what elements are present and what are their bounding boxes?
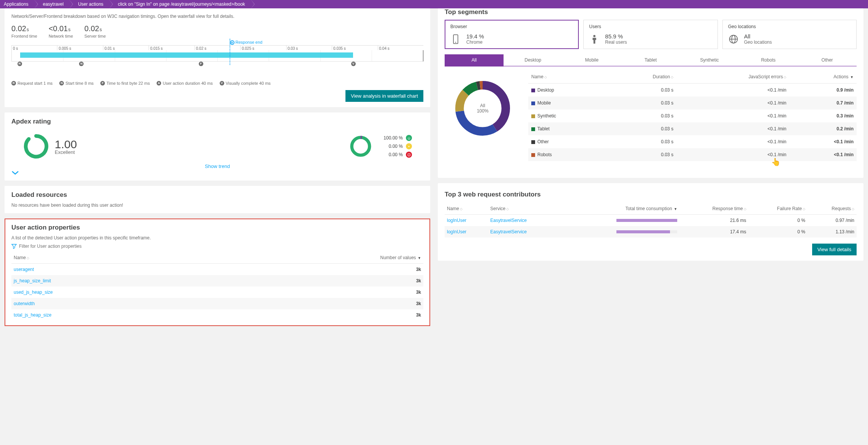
- svg-point-3: [455, 42, 456, 43]
- tab-robots[interactable]: Robots: [739, 54, 798, 67]
- table-row[interactable]: Synthetic0.03 s<0.1 /min0.3 /min: [528, 109, 857, 122]
- segments-title: Top segments: [445, 8, 857, 16]
- segment-card-browser[interactable]: Browser 19.4 %Chrome: [445, 20, 579, 49]
- timeline-legend-item: VVisually complete 40 ms: [220, 81, 271, 86]
- tab-all[interactable]: All: [445, 54, 504, 67]
- table-row[interactable]: js_heap_size_limit3k: [11, 275, 423, 287]
- breadcrumb-user-actions[interactable]: User actions: [70, 0, 109, 8]
- face-frustrated-icon: ☹: [406, 152, 412, 158]
- metric-server: 0.02sServer time: [84, 24, 106, 38]
- timeline-legend-item: NStart time 8 ms: [59, 81, 93, 86]
- table-row[interactable]: Mobile0.03 s<0.1 /min0.7 /min: [528, 97, 857, 109]
- response-end-marker: RResponse end: [230, 40, 263, 45]
- table-row[interactable]: useragent3k: [11, 264, 423, 276]
- segment-card-geo[interactable]: Geo locations AllGeo locations: [722, 20, 857, 49]
- props-filter-input[interactable]: [19, 244, 423, 249]
- contrib-name-link[interactable]: logInUser: [447, 218, 466, 223]
- prop-name-link[interactable]: outerwidth: [14, 301, 35, 306]
- props-title: User action properties: [11, 224, 423, 231]
- apdex-gauge-icon: [23, 133, 49, 160]
- breadcrumb-app[interactable]: easytravel: [35, 0, 70, 8]
- phone-icon: [450, 34, 461, 44]
- timeline-legend-item: FTime to first byte 22 ms: [100, 81, 150, 86]
- apdex-label: Excellent: [55, 149, 77, 155]
- prop-name-link[interactable]: js_heap_size_limit: [14, 278, 51, 283]
- loaded-resources-card: Loaded resources No resources have been …: [5, 186, 430, 213]
- segment-tabs: AllDesktopMobileTabletSyntheticRobotsOth…: [445, 54, 857, 67]
- globe-icon: [728, 34, 739, 44]
- timeline-chart: RResponse end 0 s0.005 s0.01 s0.015 s0.0…: [11, 45, 423, 76]
- timing-subtitle: Network/Server/Frontend breakdown based …: [11, 14, 423, 19]
- breadcrumb-applications[interactable]: Applications: [0, 0, 35, 8]
- contrib-name-link[interactable]: logInUser: [447, 229, 466, 234]
- contrib-col-service[interactable]: Service◇: [488, 203, 562, 215]
- tab-mobile[interactable]: Mobile: [562, 54, 621, 67]
- segment-card-users[interactable]: Users 85.9 %Real users: [583, 20, 718, 49]
- person-icon: [589, 34, 600, 44]
- apdex-score: 1.00: [55, 138, 77, 151]
- contrib-service-link[interactable]: EasytravelService: [490, 218, 527, 223]
- metric-network: <0.01sNetwork time: [49, 24, 73, 38]
- face-tolerating-icon: •: [406, 143, 412, 149]
- tab-desktop[interactable]: Desktop: [504, 54, 562, 67]
- tab-synthetic[interactable]: Synthetic: [680, 54, 739, 67]
- table-row[interactable]: Tablet0.03 s<0.1 /min0.2 /min: [528, 122, 857, 135]
- expand-trend-button[interactable]: [11, 171, 423, 175]
- table-row[interactable]: logInUserEasytravelService21.6 ms0 %0.97…: [445, 215, 857, 226]
- table-row[interactable]: Robots0.03 s<0.1 /min<0.1 /min: [528, 148, 857, 161]
- seg-col-name[interactable]: Name◇: [528, 70, 608, 84]
- table-row[interactable]: total_js_heap_size3k: [11, 309, 423, 321]
- contrib-service-link[interactable]: EasytravelService: [490, 229, 527, 234]
- segments-donut: All100%: [445, 70, 521, 146]
- table-row[interactable]: outerwidth3k: [11, 298, 423, 309]
- seg-col-duration[interactable]: Duration◇: [608, 70, 676, 84]
- breadcrumb-action-detail[interactable]: click on "Sign In" on page /easytravel/j…: [109, 0, 251, 8]
- contrib-col-time[interactable]: Total time consumption ▼: [562, 203, 679, 215]
- props-col-name[interactable]: Name◇: [11, 252, 213, 264]
- svg-point-0: [352, 138, 370, 155]
- apdex-title: Apdex rating: [11, 118, 423, 125]
- timeline-legend-item: AUser action duration 40 ms: [157, 81, 212, 86]
- contrib-table: Name◇ Service◇ Total time consumption ▼ …: [445, 203, 857, 238]
- prop-name-link[interactable]: useragent: [14, 267, 34, 272]
- timing-metrics: 0.02sFrontend time <0.01sNetwork time 0.…: [11, 24, 423, 38]
- tab-other[interactable]: Other: [798, 54, 857, 67]
- timeline-legend: RRequest start 1 msNStart time 8 msFTime…: [11, 81, 423, 86]
- contrib-title: Top 3 web request contributors: [445, 191, 857, 198]
- apdex-card: Apdex rating 1.00 Excellent 100.00: [5, 112, 430, 181]
- apdex-donut-icon: [349, 135, 372, 158]
- top-segments-card: Top segments Browser 19.4 %Chrome Users …: [438, 8, 863, 178]
- contributors-card: Top 3 web request contributors Name◇ Ser…: [438, 183, 863, 261]
- metric-frontend: 0.02sFrontend time: [11, 24, 37, 38]
- timeline-legend-item: RRequest start 1 ms: [11, 81, 52, 86]
- segments-table: Name◇ Duration◇ JavaScript errors◇ Actio…: [528, 70, 857, 161]
- props-col-count[interactable]: Number of values ▼: [213, 252, 423, 264]
- props-table: Name◇ Number of values ▼ useragent3kjs_h…: [11, 252, 423, 321]
- timing-breakdown-card: Network/Server/Frontend breakdown based …: [5, 8, 430, 107]
- contrib-col-fail[interactable]: Failure Rate◇: [749, 203, 808, 215]
- contrib-col-req[interactable]: Requests◇: [808, 203, 857, 215]
- user-action-properties-card: User action properties A list of the det…: [5, 219, 430, 326]
- show-trend-link[interactable]: Show trend: [11, 163, 423, 169]
- table-row[interactable]: logInUserEasytravelService17.4 ms0 %1.13…: [445, 226, 857, 238]
- cursor-icon: 👆: [771, 157, 781, 166]
- prop-name-link[interactable]: total_js_heap_size: [14, 312, 51, 318]
- filter-icon: [11, 244, 17, 249]
- table-row[interactable]: Desktop0.03 s<0.1 /min0.9 /min: [528, 84, 857, 97]
- table-row[interactable]: used_js_heap_size3k: [11, 287, 423, 298]
- breadcrumb: Applications easytravel User actions cli…: [0, 0, 868, 8]
- seg-col-jserrors[interactable]: JavaScript errors◇: [676, 70, 789, 84]
- face-satisfied-icon: ☺: [406, 135, 412, 141]
- prop-name-link[interactable]: used_js_heap_size: [14, 290, 53, 295]
- table-row[interactable]: Other0.03 s<0.1 /min<0.1 /min: [528, 135, 857, 148]
- view-waterfall-button[interactable]: View analysis in waterfall chart: [345, 90, 423, 102]
- view-full-details-button[interactable]: View full details: [812, 244, 857, 255]
- loaded-resources-title: Loaded resources: [11, 191, 423, 199]
- contrib-col-name[interactable]: Name◇: [445, 203, 488, 215]
- seg-col-actions[interactable]: Actions ▼: [789, 70, 857, 84]
- svg-point-4: [593, 35, 596, 37]
- loaded-resources-empty: No resources have been loaded during thi…: [11, 203, 423, 208]
- tab-tablet[interactable]: Tablet: [621, 54, 680, 67]
- props-subtitle: A list of the detected User action prope…: [11, 235, 423, 241]
- contrib-col-resp[interactable]: Response time◇: [680, 203, 749, 215]
